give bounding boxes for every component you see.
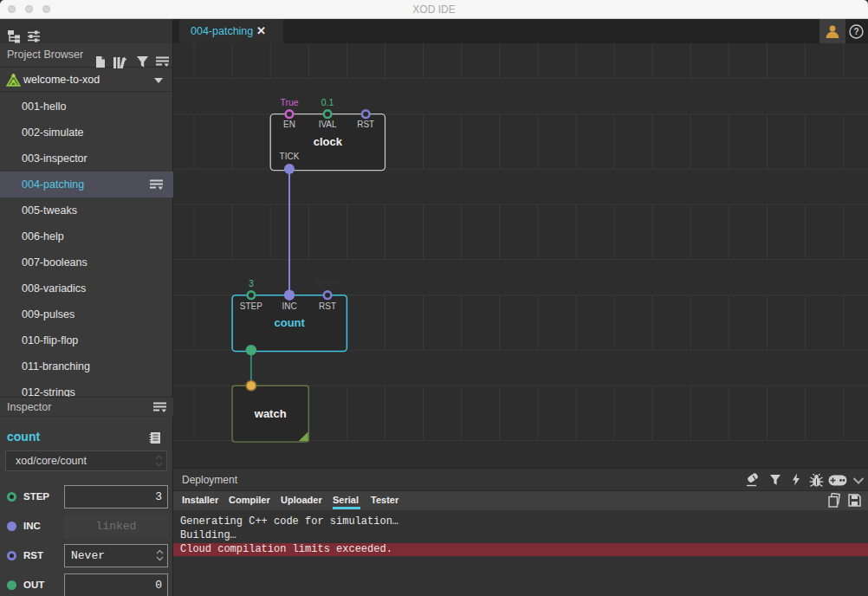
svg-text:clock: clock — [314, 135, 343, 148]
svg-text:RST: RST — [319, 301, 336, 311]
svg-text:STEP: STEP — [240, 301, 262, 311]
svg-text:?: ? — [853, 27, 858, 36]
svg-text:Never: Never — [315, 278, 340, 288]
svg-text:IVAL: IVAL — [319, 120, 337, 129]
svg-text:RST: RST — [357, 120, 374, 129]
svg-text:count: count — [275, 316, 306, 329]
svg-text:True: True — [280, 97, 298, 107]
svg-text:INC: INC — [282, 301, 296, 311]
svg-text:watch: watch — [254, 407, 287, 420]
svg-text:EN: EN — [283, 120, 295, 129]
svg-text:3: 3 — [249, 278, 254, 288]
svg-text:TICK: TICK — [280, 152, 300, 161]
svg-text:0.1: 0.1 — [321, 97, 334, 107]
